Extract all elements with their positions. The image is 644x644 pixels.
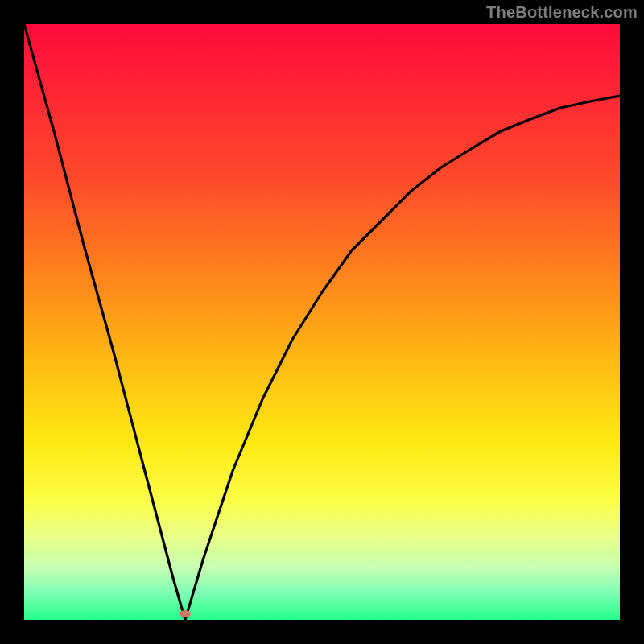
chart-frame <box>24 24 620 620</box>
bottleneck-curve <box>24 24 620 620</box>
minimum-marker <box>180 610 191 617</box>
watermark-text: TheBottleneck.com <box>486 3 638 22</box>
plot-area <box>24 24 620 620</box>
curve-path <box>24 24 620 620</box>
